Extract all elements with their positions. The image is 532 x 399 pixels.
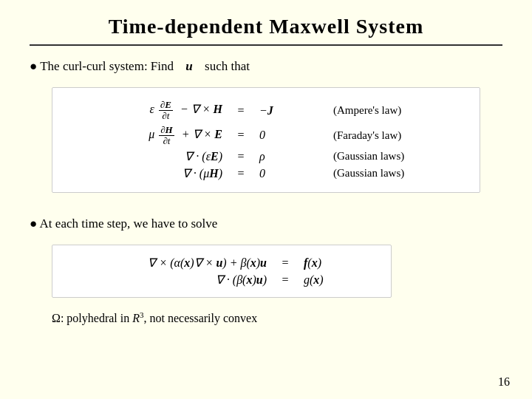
eq-row-3: ∇ · (εE) = ρ (Gaussian laws)	[75, 149, 465, 163]
eq-row-4: ∇ · (μH) = 0 (Gaussian laws)	[75, 166, 465, 180]
eq-right-5: f(x)	[304, 256, 363, 270]
eq-row-2: μ ∂H ∂t + ∇ × E = 0 (Faraday's law)	[75, 125, 465, 147]
bullet-2-text: ● At each time step, we have to solve	[30, 216, 502, 231]
omega-prefix: Ω: polyhedral in R3, not necessarily con…	[52, 312, 257, 324]
eq-row-1: ε ∂E ∂t − ∇ × H = −J (Ampere's law)	[75, 100, 465, 122]
epsilon-symbol: ε	[150, 103, 154, 115]
slide-title: Time-dependent Maxwell System	[109, 15, 424, 38]
eq-left-3: ∇ · (εE)	[75, 149, 222, 163]
bullet-2-content: ● At each time step, we have to solve	[30, 216, 217, 231]
eq-label-4: (Gaussian laws)	[333, 167, 404, 180]
eq-equals-2: =	[222, 129, 259, 142]
variable-u: u	[185, 59, 192, 74]
bullet-2-section: ● At each time step, we have to solve ∇ …	[30, 216, 502, 324]
eq-left-1: ε ∂E ∂t − ∇ × H	[75, 100, 222, 122]
bullet-1-section: ● The curl-curl system: Find u such that…	[30, 59, 502, 205]
eq-left-5: ∇ × (α(x)∇ × u) + β(x)u	[75, 256, 267, 270]
page-number: 16	[498, 375, 510, 389]
eq-equals-1: =	[222, 104, 259, 117]
eq-left-2: μ ∂H ∂t + ∇ × E	[75, 125, 222, 147]
second-equations-box: ∇ × (α(x)∇ × u) + β(x)u = f(x) ∇ · (β(x)…	[52, 245, 392, 298]
eq-equals-6: =	[267, 273, 304, 287]
eq-label-3: (Gaussian laws)	[333, 150, 404, 163]
eq-right-6: g(x)	[304, 273, 363, 287]
eq-equals-3: =	[222, 150, 259, 163]
frac-dEdt: ∂E ∂t	[159, 100, 173, 122]
eq-right-4: 0	[259, 167, 318, 180]
bullet-1-text: ● The curl-curl system: Find u such that	[30, 59, 502, 74]
frac-dHdt: ∂H ∂t	[159, 125, 174, 147]
eq-row-5: ∇ × (α(x)∇ × u) + β(x)u = f(x)	[75, 256, 376, 270]
title-area: Time-dependent Maxwell System	[30, 15, 502, 46]
eq-equals-4: =	[222, 167, 259, 180]
eq-row-6: ∇ · (β(x)u) = g(x)	[75, 273, 376, 287]
slide: Time-dependent Maxwell System ● The curl…	[0, 0, 532, 399]
eq-right-3: ρ	[259, 150, 318, 163]
eq-left-6: ∇ · (β(x)u)	[75, 273, 267, 287]
bullet-1-suffix: such that	[205, 59, 250, 74]
maxwell-equations-box: ε ∂E ∂t − ∇ × H = −J (Ampere's law) μ ∂H	[52, 87, 480, 193]
omega-line: Ω: polyhedral in R3, not necessarily con…	[52, 310, 502, 324]
bullet-1-prefix: ● The curl-curl system: Find	[30, 59, 174, 74]
eq-right-1: −J	[259, 104, 318, 117]
mu-symbol: μ	[149, 128, 154, 140]
eq-equals-5: =	[267, 256, 304, 270]
eq-left-4: ∇ · (μH)	[75, 166, 222, 180]
eq-right-2: 0	[259, 129, 318, 142]
eq-label-1: (Ampere's law)	[333, 104, 401, 117]
eq-label-2: (Faraday's law)	[333, 129, 401, 142]
